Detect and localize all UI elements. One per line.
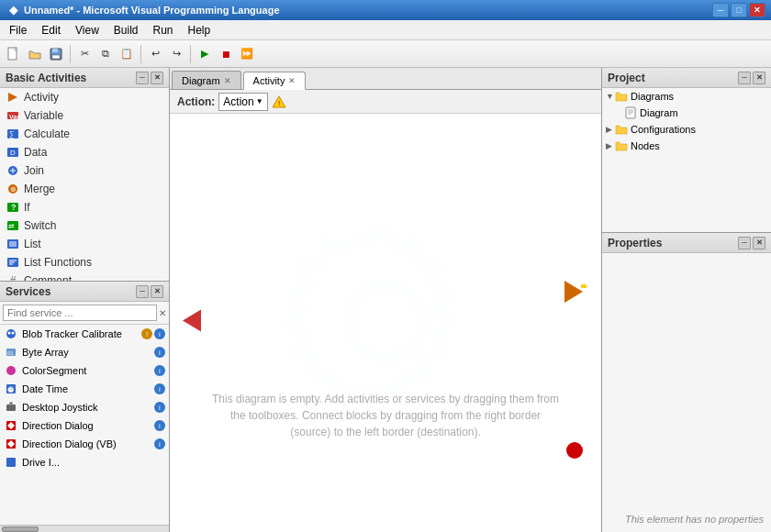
left-panel: Basic Activities ─ ✕ Activity Var: [0, 68, 170, 532]
service-blob-tracker[interactable]: Blob Tracker Calibrate ! i: [0, 325, 169, 343]
list-item-activity[interactable]: Activity: [0, 88, 169, 106]
menu-edit[interactable]: Edit: [34, 20, 68, 40]
tab-activity-close[interactable]: ✕: [288, 76, 296, 85]
service-drive[interactable]: Drive I...: [0, 453, 169, 471]
service-direction-info[interactable]: i: [154, 420, 165, 431]
services-close[interactable]: ✕: [151, 285, 163, 298]
svg-text:01: 01: [7, 350, 14, 356]
project-close[interactable]: ✕: [753, 72, 765, 84]
list-item-variable[interactable]: Var Variable: [0, 106, 169, 125]
tree-diagrams[interactable]: ▼ Diagrams: [602, 88, 771, 105]
service-desktop-joystick[interactable]: Desktop Joystick i: [0, 398, 169, 416]
tab-activity[interactable]: Activity ✕: [243, 72, 307, 90]
new-button[interactable]: [4, 44, 24, 64]
left-panel-scrollbar[interactable]: [0, 525, 169, 532]
menu-help[interactable]: Help: [181, 20, 218, 40]
list-item-if[interactable]: ? If: [0, 198, 169, 216]
menu-view[interactable]: View: [68, 20, 106, 40]
service-color-info[interactable]: i: [154, 365, 165, 376]
svg-text:?: ?: [11, 203, 17, 212]
service-date-info[interactable]: i: [154, 383, 165, 394]
dropdown-arrow: ▼: [256, 97, 263, 105]
data-icon: D: [6, 145, 20, 160]
tab-diagram[interactable]: Diagram ✕: [172, 71, 241, 89]
list-functions-icon: [6, 255, 20, 270]
tree-nodes[interactable]: ▶ Nodes: [602, 138, 771, 154]
calculate-icon: ∑: [6, 127, 20, 141]
service-direction-dialog[interactable]: Direction Dialog i: [0, 416, 169, 435]
properties-close[interactable]: ✕: [753, 237, 765, 249]
svg-point-46: [349, 285, 422, 359]
diagrams-arrow: ▼: [606, 92, 615, 101]
save-button[interactable]: [46, 44, 66, 64]
maximize-button[interactable]: □: [731, 3, 747, 17]
service-blob-warning[interactable]: !: [141, 328, 152, 339]
list-item-data[interactable]: D Data: [0, 143, 169, 161]
cut-button[interactable]: ✂: [74, 44, 95, 64]
merge-icon: ⊗: [6, 182, 20, 196]
svg-rect-50: [626, 107, 635, 118]
svg-rect-43: [6, 458, 16, 467]
svg-point-30: [8, 332, 11, 335]
svg-point-34: [6, 366, 16, 375]
service-color-icon: [4, 363, 18, 378]
diagrams-folder-icon: [615, 90, 628, 103]
action-bar: Action: Action ▼ !: [170, 90, 601, 114]
services-controls: ─ ✕: [136, 285, 163, 298]
tab-diagram-close[interactable]: ✕: [224, 76, 231, 85]
run-button[interactable]: ▶: [195, 44, 215, 64]
service-color-segment[interactable]: ColorSegment i: [0, 361, 169, 380]
list-item-merge[interactable]: ⊗ Merge: [0, 180, 169, 198]
list-item-switch[interactable]: ⇌ Switch: [0, 216, 169, 235]
services-list: Blob Tracker Calibrate ! i 01 Byte Array…: [0, 325, 169, 525]
undo-button[interactable]: ↩: [145, 44, 165, 64]
paste-button[interactable]: 📋: [117, 44, 137, 64]
minimize-button[interactable]: ─: [712, 3, 729, 17]
project-section: Project ─ ✕ ▼ Diagrams: [602, 68, 771, 233]
open-button[interactable]: [25, 44, 45, 64]
list-item-list-functions[interactable]: List Functions: [0, 253, 169, 272]
menu-build[interactable]: Build: [106, 20, 146, 40]
tree-diagram[interactable]: Diagram: [611, 105, 771, 121]
service-direction-icon: [4, 418, 18, 433]
menu-file[interactable]: File: [2, 20, 34, 40]
menu-run[interactable]: Run: [146, 20, 181, 40]
service-direction-dialog-vb[interactable]: Direction Dialog (VB) i: [0, 435, 169, 453]
list-item-join[interactable]: Join: [0, 161, 169, 180]
list-item-comment[interactable]: # Comment: [0, 272, 169, 281]
properties-pin[interactable]: ─: [738, 237, 751, 249]
project-controls: ─ ✕: [738, 72, 765, 84]
basic-activities-controls: ─ ✕: [136, 72, 163, 84]
service-direction-vb-icon: [4, 437, 18, 451]
redo-button[interactable]: ↪: [166, 44, 186, 64]
diagram-arrow: [615, 108, 624, 117]
services-search-clear[interactable]: ✕: [159, 308, 166, 318]
toolbar-sep1: [70, 45, 71, 63]
if-icon: ?: [6, 200, 20, 215]
service-byte-info[interactable]: i: [154, 347, 165, 358]
services-search-input[interactable]: [3, 305, 157, 321]
stop-button[interactable]: ⏹: [216, 44, 236, 64]
project-pin[interactable]: ─: [738, 72, 751, 84]
tree-configurations[interactable]: ▶ Configurations: [602, 121, 771, 138]
svg-marker-48: [564, 281, 583, 303]
service-joystick-info[interactable]: i: [154, 402, 165, 413]
action-dropdown[interactable]: Action ▼: [218, 93, 267, 111]
svg-text:∑: ∑: [9, 130, 15, 139]
copy-button[interactable]: ⧉: [95, 44, 116, 64]
switch-icon: ⇌: [6, 218, 20, 233]
titlebar: ◆ Unnamed* - Microsoft Visual Programmin…: [0, 0, 771, 20]
list-item-list[interactable]: List: [0, 235, 169, 253]
basic-activities-pin[interactable]: ─: [136, 72, 149, 84]
run-fast-button[interactable]: ⏩: [237, 44, 257, 64]
list-item-calculate[interactable]: ∑ Calculate: [0, 125, 169, 143]
service-date-time[interactable]: 🕐 Date Time i: [0, 380, 169, 398]
join-icon: [6, 163, 20, 178]
properties-controls: ─ ✕: [738, 237, 765, 249]
basic-activities-close[interactable]: ✕: [151, 72, 163, 84]
services-pin[interactable]: ─: [136, 285, 149, 298]
service-blob-info[interactable]: i: [154, 328, 165, 339]
service-direction-vb-info[interactable]: i: [154, 438, 165, 449]
service-byte-array[interactable]: 01 Byte Array i: [0, 343, 169, 361]
close-button[interactable]: ✕: [749, 3, 765, 17]
